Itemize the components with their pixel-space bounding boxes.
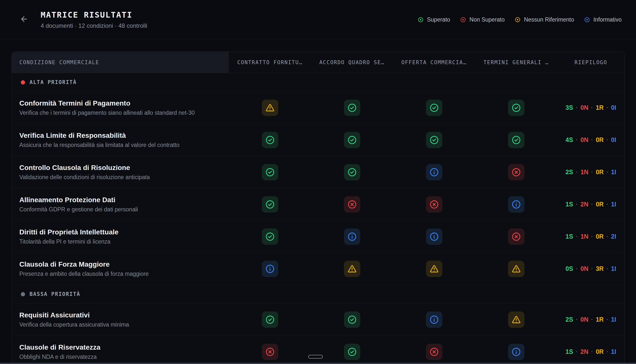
legend-label: Superato xyxy=(427,16,450,23)
summary-count-pass: 1S xyxy=(565,348,573,355)
status-badge-pass[interactable] xyxy=(262,312,278,328)
summary-count-pass: 4S xyxy=(565,136,573,144)
result-cell xyxy=(311,164,393,180)
status-badge-noref[interactable] xyxy=(262,100,278,116)
status-badge-pass[interactable] xyxy=(344,312,360,328)
status-badge-fail[interactable] xyxy=(262,344,278,360)
matrix-row[interactable]: Controllo Clausola di RisoluzioneValidaz… xyxy=(12,156,624,188)
matrix-row[interactable]: Clausole di RiservatezzaObblighi NDA e d… xyxy=(12,336,624,364)
circle-dot-icon xyxy=(584,16,590,23)
priority-dot-icon xyxy=(21,80,25,84)
matrix-row[interactable]: Diritti di Proprietà IntellettualeTitola… xyxy=(12,220,624,252)
circle-dot-icon xyxy=(460,16,466,23)
condition-cell: Clausola di Forza MaggiorePresenza e amb… xyxy=(12,260,229,277)
result-cell xyxy=(393,132,475,148)
condition-cell: Diritti di Proprietà IntellettualeTitola… xyxy=(12,228,229,245)
column-header-document-1[interactable]: CONTRATTO FORNITU… xyxy=(229,52,311,73)
matrix-row[interactable]: Requisiti AssicurativiVerifica della cop… xyxy=(12,303,624,336)
status-badge-info[interactable] xyxy=(508,196,524,212)
column-header-condition[interactable]: CONDIZIONE COMMERCIALE xyxy=(12,52,229,73)
triangle-alert-icon xyxy=(429,264,439,274)
status-badge-pass[interactable] xyxy=(508,100,524,116)
status-badge-pass[interactable] xyxy=(344,344,360,360)
circle-check-icon xyxy=(347,315,357,324)
status-badge-pass[interactable] xyxy=(262,228,278,245)
summary-cell: 1S·2N·0R·1I xyxy=(557,348,624,355)
matrix-row[interactable]: Conformità Termini di PagamentoVerifica … xyxy=(12,92,624,124)
summary-separator: · xyxy=(576,233,578,240)
summary-separator: · xyxy=(606,348,608,355)
summary-separator: · xyxy=(591,136,593,143)
circle-info-icon xyxy=(265,264,275,274)
triangle-alert-icon xyxy=(265,103,275,112)
status-badge-fail[interactable] xyxy=(344,196,360,212)
status-badge-pass[interactable] xyxy=(262,132,278,148)
status-badge-info[interactable] xyxy=(426,228,442,245)
back-button[interactable] xyxy=(18,13,30,25)
status-badge-pass[interactable] xyxy=(426,132,442,148)
status-badge-pass[interactable] xyxy=(344,164,360,180)
status-badge-info[interactable] xyxy=(426,164,442,180)
result-cell xyxy=(229,196,311,212)
column-header-riepilogo[interactable]: RIEPILOGO xyxy=(557,52,624,73)
status-badge-info[interactable] xyxy=(344,228,360,245)
result-cell xyxy=(475,344,557,360)
status-badge-info[interactable] xyxy=(262,261,278,277)
status-badge-fail[interactable] xyxy=(508,164,524,180)
status-badge-pass[interactable] xyxy=(262,196,278,212)
status-badge-noref[interactable] xyxy=(426,261,442,277)
summary-separator: · xyxy=(591,233,593,240)
triangle-alert-icon xyxy=(511,315,521,324)
status-badge-fail[interactable] xyxy=(426,344,442,360)
matrix-row[interactable]: Clausola di Forza MaggiorePresenza e amb… xyxy=(12,252,624,285)
matrix-row[interactable]: Verifica Limite di ResponsabilitàAssicur… xyxy=(12,124,624,156)
status-badge-pass[interactable] xyxy=(262,164,278,180)
circle-info-icon xyxy=(347,232,357,241)
status-badge-info[interactable] xyxy=(426,312,442,328)
column-header-document-3[interactable]: OFFERTA COMMERCIA… xyxy=(393,52,475,73)
condition-subtitle: Presenza e ambito della clausola di forz… xyxy=(19,270,229,277)
circle-x-icon xyxy=(429,200,439,209)
status-badge-pass[interactable] xyxy=(508,132,524,148)
result-cell xyxy=(311,228,393,245)
status-badge-pass[interactable] xyxy=(344,100,360,116)
results-matrix: CONDIZIONE COMMERCIALECONTRATTO FORNITU…… xyxy=(12,52,625,364)
status-badge-pass[interactable] xyxy=(344,132,360,148)
circle-x-icon xyxy=(347,200,357,209)
summary-separator: · xyxy=(606,201,608,208)
summary-count-info: 1I xyxy=(611,316,616,323)
condition-cell: Conformità Termini di PagamentoVerifica … xyxy=(12,99,229,116)
status-badge-pass[interactable] xyxy=(426,100,442,116)
circle-check-icon xyxy=(347,168,357,177)
result-cell xyxy=(393,164,475,180)
summary-separator: · xyxy=(576,348,578,355)
condition-title: Conformità Termini di Pagamento xyxy=(19,99,229,107)
priority-group-header: ALTA PRIORITÀ xyxy=(12,73,624,92)
summary-cell: 1S·2N·0R·1I xyxy=(557,201,624,208)
result-cell xyxy=(393,261,475,277)
status-badge-noref[interactable] xyxy=(508,261,524,277)
condition-title: Requisiti Assicurativi xyxy=(19,311,229,319)
summary-count-noref: 0R xyxy=(596,233,604,240)
result-cell xyxy=(393,100,475,116)
status-badge-fail[interactable] xyxy=(508,228,524,245)
status-badge-noref[interactable] xyxy=(508,312,524,328)
column-header-document-4[interactable]: TERMINI GENERALI … xyxy=(475,52,557,73)
legend-item-noref: Nessun Riferimento xyxy=(514,16,574,23)
condition-cell: Controllo Clausola di RisoluzioneValidaz… xyxy=(12,164,229,181)
condition-title: Diritti di Proprietà Intellettuale xyxy=(19,228,229,236)
priority-dot-icon xyxy=(21,292,25,296)
summary-count-pass: 2S xyxy=(565,316,573,323)
page-title: MATRICE RISULTATI xyxy=(41,10,147,20)
result-cell xyxy=(311,100,393,116)
result-cell xyxy=(393,312,475,328)
status-badge-info[interactable] xyxy=(508,344,524,360)
status-badge-fail[interactable] xyxy=(426,196,442,212)
summary-count-fail: 2N xyxy=(580,348,588,355)
matrix-row[interactable]: Allineamento Protezione DatiConformità G… xyxy=(12,188,624,220)
circle-check-icon xyxy=(347,347,357,356)
drag-handle[interactable] xyxy=(308,355,323,358)
condition-subtitle: Conformità GDPR e gestione dei dati pers… xyxy=(19,206,229,213)
column-header-document-2[interactable]: ACCORDO QUADRO SE… xyxy=(311,52,393,73)
status-badge-noref[interactable] xyxy=(344,261,360,277)
